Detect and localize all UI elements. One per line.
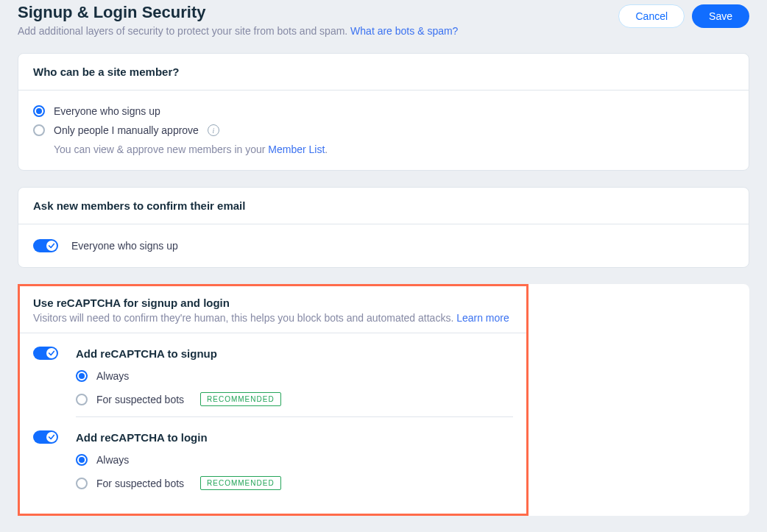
membership-manual-subtext-suffix: .: [325, 143, 328, 155]
email-confirm-card: Ask new members to confirm their email E…: [18, 187, 749, 268]
email-confirm-toggle-row: Everyone who signs up: [33, 239, 734, 252]
recaptcha-desc-text: Visitors will need to confirm they're hu…: [33, 312, 453, 324]
bots-spam-link[interactable]: What are bots & spam?: [350, 25, 458, 37]
radio-unchecked-icon: [76, 478, 88, 489]
cancel-button[interactable]: Cancel: [618, 4, 685, 28]
recaptcha-login-heading-row: Add reCAPTCHA to login: [33, 430, 513, 444]
recaptcha-signup-suspected-label: For suspected bots: [96, 394, 184, 405]
toggle-knob-icon: [46, 348, 57, 358]
recaptcha-body: Add reCAPTCHA to signup Always For suspe…: [20, 333, 526, 514]
recaptcha-highlight-box: Use reCAPTCHA for signup and login Visit…: [18, 284, 529, 516]
info-icon[interactable]: i: [208, 124, 219, 136]
recaptcha-login-toggle[interactable]: [33, 430, 58, 444]
recaptcha-signup-block: Add reCAPTCHA to signup Always For suspe…: [33, 347, 513, 406]
membership-manual-subtext: You can view & approve new members in yo…: [54, 143, 734, 155]
recaptcha-signup-heading-row: Add reCAPTCHA to signup: [33, 347, 513, 360]
recaptcha-learn-more-link[interactable]: Learn more: [456, 312, 509, 324]
radio-checked-icon: [33, 105, 45, 117]
email-confirm-card-body: Everyone who signs up: [18, 224, 749, 267]
page-title: Signup & Login Security: [18, 3, 458, 22]
page-subtitle: Add additional layers of security to pro…: [18, 25, 458, 37]
save-button[interactable]: Save: [692, 4, 749, 28]
recaptcha-login-always[interactable]: Always: [76, 454, 513, 466]
recaptcha-title: Use reCAPTCHA for signup and login: [33, 297, 513, 309]
radio-checked-icon: [76, 370, 88, 382]
membership-option-manual-label: Only people I manually approve: [54, 124, 199, 136]
recaptcha-login-suspected[interactable]: For suspected bots RECOMMENDED: [76, 476, 513, 490]
membership-option-everyone-label: Everyone who signs up: [54, 105, 160, 117]
membership-title: Who can be a site member?: [33, 65, 734, 78]
toggle-knob-icon: [46, 241, 57, 251]
email-confirm-toggle-label: Everyone who signs up: [71, 240, 178, 252]
page-subtitle-text: Add additional layers of security to pro…: [18, 25, 347, 37]
recaptcha-desc: Visitors will need to confirm they're hu…: [33, 312, 513, 324]
recaptcha-card: Use reCAPTCHA for signup and login Visit…: [18, 284, 749, 516]
membership-manual-subtext-prefix: You can view & approve new members in yo…: [54, 143, 268, 155]
radio-unchecked-icon: [76, 394, 88, 405]
recaptcha-login-heading: Add reCAPTCHA to login: [76, 431, 208, 444]
radio-unchecked-icon: [33, 124, 45, 136]
recaptcha-login-suspected-label: For suspected bots: [96, 478, 184, 489]
header-actions: Cancel Save: [618, 3, 749, 28]
email-confirm-title: Ask new members to confirm their email: [33, 199, 734, 212]
member-list-link[interactable]: Member List: [268, 143, 325, 155]
membership-card-body: Everyone who signs up Only people I manu…: [18, 91, 749, 170]
recaptcha-signup-suspected[interactable]: For suspected bots RECOMMENDED: [76, 392, 513, 406]
recaptcha-header: Use reCAPTCHA for signup and login Visit…: [20, 286, 526, 333]
recaptcha-signup-toggle[interactable]: [33, 347, 58, 360]
radio-checked-icon: [76, 454, 88, 466]
recaptcha-signup-always-label: Always: [96, 370, 129, 382]
recaptcha-signup-heading: Add reCAPTCHA to signup: [76, 347, 217, 360]
recaptcha-login-always-label: Always: [96, 454, 129, 466]
email-confirm-card-header: Ask new members to confirm their email: [18, 188, 749, 224]
membership-card: Who can be a site member? Everyone who s…: [18, 53, 749, 171]
recaptcha-login-block: Add reCAPTCHA to login Always For suspec…: [33, 430, 513, 490]
page-header: Signup & Login Security Add additional l…: [18, 0, 749, 37]
toggle-knob-icon: [46, 432, 57, 442]
recaptcha-divider: [76, 416, 513, 417]
recommended-badge: RECOMMENDED: [200, 392, 281, 406]
email-confirm-toggle[interactable]: [33, 239, 58, 252]
recaptcha-signup-always[interactable]: Always: [76, 370, 513, 382]
recaptcha-login-options: Always For suspected bots RECOMMENDED: [76, 454, 513, 490]
membership-card-header: Who can be a site member?: [18, 54, 749, 91]
recommended-badge: RECOMMENDED: [200, 476, 281, 490]
membership-option-everyone[interactable]: Everyone who signs up: [33, 105, 734, 117]
recaptcha-signup-options: Always For suspected bots RECOMMENDED: [76, 370, 513, 406]
membership-option-manual[interactable]: Only people I manually approve i: [33, 124, 734, 136]
page-header-left: Signup & Login Security Add additional l…: [18, 3, 458, 37]
